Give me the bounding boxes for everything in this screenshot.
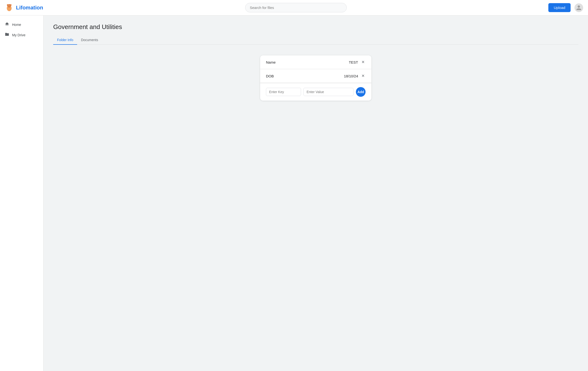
info-value-name: TEST [349, 60, 358, 64]
value-input[interactable] [304, 88, 354, 96]
tabs: Folder Info Documents [53, 36, 578, 45]
remove-name-button[interactable]: ✕ [360, 60, 366, 64]
main-content: Government and Utilities Folder Info Doc… [43, 15, 588, 371]
key-input[interactable] [266, 88, 301, 96]
add-button[interactable]: Add [356, 87, 366, 97]
sidebar-home-label: Home [12, 23, 21, 27]
search-input[interactable] [245, 3, 347, 12]
logo-area: Lifomation [5, 3, 43, 12]
info-row-name: Name TEST ✕ [260, 55, 371, 69]
sidebar-item-home[interactable]: Home [0, 19, 40, 30]
app-name: Lifomation [16, 5, 43, 11]
account-icon [576, 5, 582, 11]
upload-button[interactable]: Upload [548, 3, 571, 12]
folder-info-card: Name TEST ✕ DOB 18/10/24 ✕ [260, 55, 371, 101]
svg-point-6 [8, 6, 9, 6]
header: Lifomation Upload [0, 0, 588, 15]
tab-folder-info[interactable]: Folder Info [53, 36, 77, 45]
svg-point-7 [10, 6, 10, 6]
sidebar-my-drive-label: My Drive [12, 33, 25, 37]
header-actions: Upload [548, 3, 583, 12]
logo-icon [5, 3, 13, 12]
add-row: Add [260, 83, 371, 101]
info-value-area-name: TEST ✕ [349, 60, 366, 64]
app-body: Home My Drive Government and Utilities F… [0, 0, 588, 371]
sidebar: Home My Drive [0, 15, 43, 371]
info-key-dob: DOB [266, 74, 274, 78]
info-key-name: Name [266, 60, 276, 64]
home-icon [5, 22, 9, 27]
content-center: Name TEST ✕ DOB 18/10/24 ✕ [53, 51, 578, 101]
avatar[interactable] [575, 3, 583, 12]
sidebar-item-my-drive[interactable]: My Drive [0, 30, 40, 40]
search-container [43, 3, 548, 12]
tab-documents[interactable]: Documents [77, 36, 102, 45]
info-value-dob: 18/10/24 [344, 74, 358, 78]
info-row-dob: DOB 18/10/24 ✕ [260, 69, 371, 83]
remove-dob-button[interactable]: ✕ [360, 74, 366, 78]
info-value-area-dob: 18/10/24 ✕ [344, 74, 366, 78]
page-title: Government and Utilities [53, 23, 578, 31]
folder-icon [5, 32, 9, 38]
